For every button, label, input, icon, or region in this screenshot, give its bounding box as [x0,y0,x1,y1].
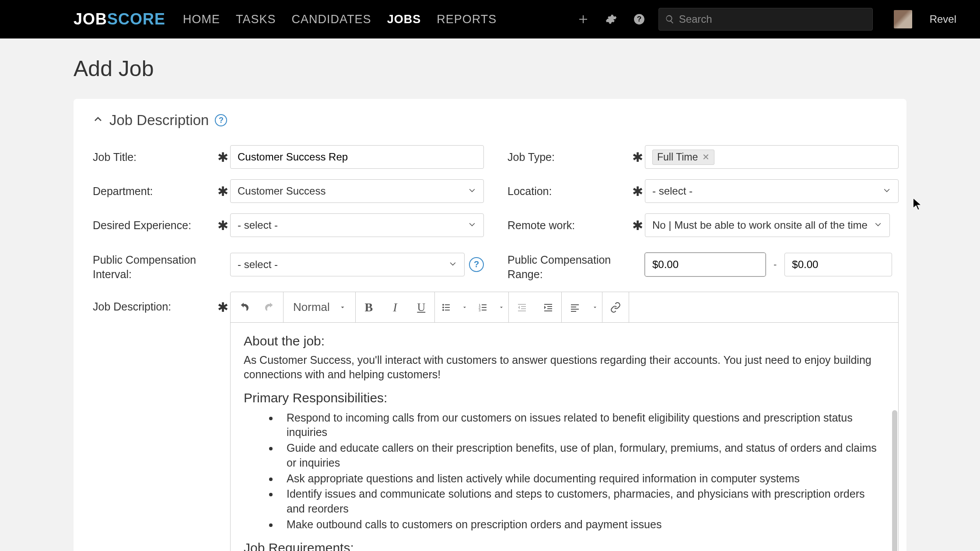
page: Add Job Job Description ? Job Title: ✱ J… [0,38,980,551]
experience-select[interactable]: - select - [230,213,484,237]
resp-heading: Primary Responsibilities: [244,389,885,407]
scrollbar-thumb[interactable] [892,410,897,551]
svg-rect-11 [482,307,486,308]
section-title: Job Description [109,112,209,129]
chevron-down-icon [468,185,476,197]
chevron-down-icon [468,219,476,231]
editor-body[interactable]: About the job: As Customer Success, you'… [231,323,898,551]
comp-interval-value: - select - [238,258,278,271]
section-header[interactable]: Job Description ? [93,112,887,141]
svg-rect-25 [571,311,576,312]
nav-candidates[interactable]: CANDIDATES [292,13,371,26]
location-value: - select - [652,185,693,197]
required-icon: ✱ [215,184,230,199]
form: Job Title: ✱ Job Type: ✱ Full Time ✕ Dep… [93,145,887,551]
required-icon: ✱ [630,184,645,199]
underline-button[interactable]: U [408,292,434,322]
label-department: Department: [93,185,215,198]
bold-button[interactable]: B [356,292,382,322]
list-item: Ask appropriate questions and listen act… [279,471,885,486]
card: Job Description ? Job Title: ✱ Job Type:… [74,99,906,551]
align-button[interactable] [562,292,588,322]
svg-rect-17 [518,310,526,311]
department-select[interactable]: Customer Success [230,179,484,203]
label-description: Job Description: [93,292,215,314]
svg-rect-14 [518,304,526,305]
nav-jobs[interactable]: JOBS [387,13,421,26]
svg-rect-15 [521,306,526,307]
chevron-up-icon [93,114,103,126]
help-icon[interactable]: ? [469,257,484,272]
label-location: Location: [508,185,630,198]
experience-value: - select - [238,219,278,231]
list-item: Identify issues and communicate solution… [279,487,885,516]
label-job-type: Job Type: [508,151,630,164]
logo-part1: JOB [74,10,107,28]
chevron-down-icon [448,258,457,271]
nav-home[interactable]: HOME [183,13,220,26]
redo-button[interactable] [257,292,283,322]
italic-button[interactable]: I [382,292,408,322]
department-value: Customer Success [238,185,326,197]
nav-tasks[interactable]: TASKS [236,13,276,26]
svg-rect-7 [445,310,450,310]
numbered-list-button[interactable]: 123 [472,292,494,322]
comp-interval-select[interactable]: - select - [230,253,465,276]
svg-rect-16 [521,308,526,309]
align-options[interactable] [588,305,602,310]
location-select[interactable]: - select - [645,179,899,203]
label-comp-interval: Public Compensation Interval: [93,248,215,281]
nav-reports[interactable]: REPORTS [437,13,497,26]
label-remote: Remote work: [508,219,630,232]
close-icon[interactable]: ✕ [702,152,710,162]
chevron-down-icon [882,185,891,197]
remote-value: No | Must be able to work onsite all of … [652,219,868,231]
required-icon: ✱ [215,292,230,315]
help-icon[interactable]: ? [215,114,227,126]
gear-icon[interactable] [602,10,620,28]
outdent-button[interactable] [509,292,535,322]
job-type-input[interactable]: Full Time ✕ [645,145,899,169]
tag-label: Full Time [657,151,698,163]
svg-rect-21 [544,310,552,311]
list-item: Make outbound calls to customers on pres… [279,517,885,532]
req-heading: Job Requirements: [244,539,885,551]
indent-button[interactable] [535,292,561,322]
label-job-title: Job Title: [93,151,215,164]
required-icon: ✱ [215,218,230,233]
format-select[interactable]: Normal [284,292,356,322]
link-button[interactable] [602,292,629,322]
org-name[interactable]: Revel [930,13,956,25]
help-icon[interactable]: ? [630,10,648,28]
search-box[interactable] [658,8,873,31]
required-icon: ✱ [630,150,645,165]
nav-links: HOME TASKS CANDIDATES JOBS REPORTS [183,13,497,26]
job-title-input[interactable] [230,145,484,169]
editor-wrap: Normal B I U 123 [230,292,899,551]
caret-down-icon [340,304,346,310]
svg-rect-13 [482,310,486,310]
avatar[interactable] [894,10,912,28]
remote-select[interactable]: No | Must be able to work onsite all of … [645,213,890,237]
label-comp-range: Public Compensation Range: [508,248,630,281]
logo[interactable]: JOBSCORE [74,10,165,28]
chevron-down-icon [874,219,882,231]
add-icon[interactable] [574,10,592,28]
about-paragraph: As Customer Success, you'll interact wit… [244,353,885,383]
undo-button[interactable] [231,292,257,322]
comp-to-input[interactable] [784,253,892,276]
logo-part2: SCORE [107,10,165,28]
comp-from-input[interactable] [645,253,766,276]
resp-list: Respond to incoming calls from our custo… [244,411,885,532]
bullet-list-options[interactable] [458,305,472,310]
list-item: Respond to incoming calls from our custo… [279,411,885,440]
numbered-list-options[interactable] [494,305,508,310]
svg-rect-5 [445,307,450,308]
svg-text:?: ? [637,14,641,23]
svg-point-6 [442,309,444,311]
comp-range-row: - [645,253,899,276]
search-input[interactable] [679,13,866,25]
editor-toolbar: Normal B I U 123 [231,292,898,323]
bullet-list-button[interactable] [435,292,458,322]
job-title-text[interactable] [238,151,476,163]
